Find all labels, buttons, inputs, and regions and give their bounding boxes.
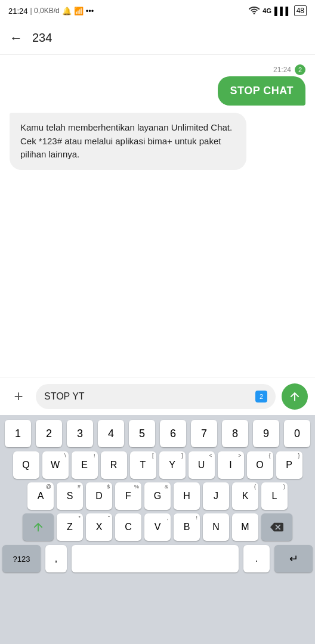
status-time: 21:24 [8,7,28,16]
dot-key[interactable]: . [243,545,270,572]
keyboard: 1 2 3 4 5 6 7 8 9 0 Q W\ E! R T[ Y] U< I… [0,415,315,644]
status-bar: 21:24 | 0,0KB/d 🔔 📶 ••• 4G ▌▌▌ 48 [0,0,315,21]
key-N[interactable]: N [203,513,229,541]
send-button[interactable] [282,383,308,410]
outgoing-bubble: STOP CHAT [218,76,305,106]
key-9[interactable]: 9 [253,420,279,447]
key-H[interactable]: H [174,482,200,510]
message-badge: 2 [295,64,305,75]
backspace-key[interactable] [261,513,292,541]
message-input[interactable] [44,391,252,402]
shift-icon [32,521,45,534]
key-I[interactable]: I> [218,451,244,479]
signal-bars-icon: ▌▌▌ [274,7,291,16]
key-U[interactable]: U< [189,451,215,479]
status-sim-icon: 📶 [74,7,84,16]
key-A[interactable]: A@ [27,482,54,510]
key-Y[interactable]: Y] [159,451,186,479]
key-B[interactable]: B! [174,513,200,541]
status-right: 4G ▌▌▌ 48 [249,5,307,16]
attach-button[interactable]: + [7,385,30,408]
wifi-icon [249,6,260,16]
key-R[interactable]: R [101,451,127,479]
status-mute-icon: 🔔 [62,7,72,16]
battery-icon: 48 [294,5,307,16]
key-T[interactable]: T[ [130,451,156,479]
keyboard-row-1: Q W\ E! R T[ Y] U< I> O{ P} [0,450,315,481]
back-button[interactable]: ← [10,30,23,46]
keyboard-row-3: Z* X" C V, B! N M [0,512,315,543]
space-key[interactable] [72,545,239,572]
key-6[interactable]: 6 [160,420,186,447]
key-P[interactable]: P} [276,451,302,479]
key-C[interactable]: C [115,513,141,541]
key-X[interactable]: X" [86,513,112,541]
key-L[interactable]: L) [261,482,288,510]
key-Q[interactable]: Q [13,451,39,479]
message-time-row: 21:24 2 [273,64,305,75]
enter-key[interactable]: ↵ [274,545,313,572]
key-W[interactable]: W\ [42,451,69,479]
send-icon [288,390,301,403]
key-2[interactable]: 2 [36,420,62,447]
keyboard-bottom-row: ?123 , . ↵ [0,543,315,576]
key-7[interactable]: 7 [191,420,217,447]
key-O[interactable]: O{ [247,451,273,479]
outgoing-message-container: 21:24 2 STOP CHAT [10,64,305,106]
header-title: 234 [32,31,52,45]
key-S[interactable]: S# [57,482,83,510]
status-more-icon: ••• [86,7,94,16]
input-area: + 2 [0,377,315,415]
key-E[interactable]: E! [72,451,98,479]
status-network: | 0,0KB/d [30,7,60,15]
input-wrapper: 2 [36,384,276,409]
key-5[interactable]: 5 [129,420,155,447]
incoming-bubble: Kamu telah memberhentikan layanan Unlimi… [10,113,246,170]
message-timestamp: 21:24 [273,66,291,74]
key-3[interactable]: 3 [67,420,93,447]
signal-4g-icon: 4G [262,7,271,14]
key-4[interactable]: 4 [98,420,124,447]
keyboard-numbers-row: 1 2 3 4 5 6 7 8 9 0 [0,415,315,450]
incoming-message-container: Kamu telah memberhentikan layanan Unlimi… [10,113,305,170]
key-K[interactable]: K( [232,482,258,510]
key-Z[interactable]: Z* [57,513,83,541]
key-M[interactable]: M [232,513,258,541]
header: ← 234 [0,21,315,55]
symbols-key[interactable]: ?123 [2,545,41,572]
key-0[interactable]: 0 [284,420,310,447]
key-D[interactable]: D$ [86,482,112,510]
shift-key[interactable] [23,513,54,541]
keyboard-row-2: A@ S# D$ F% G& H J K( L) [0,481,315,512]
comma-key[interactable]: , [45,545,67,572]
key-8[interactable]: 8 [222,420,248,447]
key-V[interactable]: V, [144,513,171,541]
chat-area: 21:24 2 STOP CHAT Kamu telah memberhenti… [0,55,315,377]
status-left: 21:24 | 0,0KB/d 🔔 📶 ••• [8,7,94,16]
input-badge: 2 [255,391,267,402]
backspace-icon [270,522,283,532]
key-1[interactable]: 1 [5,420,31,447]
key-G[interactable]: G& [144,482,171,510]
key-F[interactable]: F% [115,482,141,510]
key-J[interactable]: J [203,482,229,510]
